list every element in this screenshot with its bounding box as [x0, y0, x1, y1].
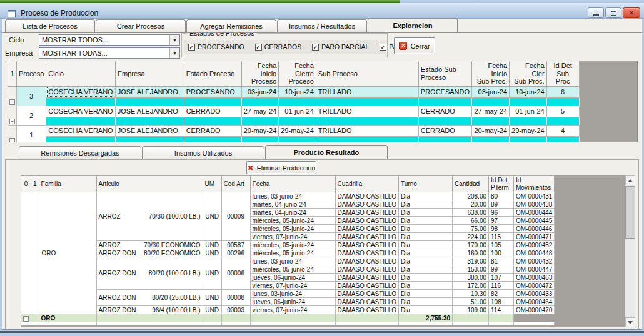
- cell-id-det-pterm[interactable]: 108: [489, 298, 514, 306]
- cell-um[interactable]: UND: [203, 306, 221, 314]
- cell-cantidad[interactable]: 224.00: [453, 233, 489, 241]
- collapse-toggle-icon[interactable]: −: [9, 119, 15, 124]
- scroll-down-button[interactable]: [625, 317, 635, 327]
- cell-cuadrilla[interactable]: DAMASO CASTILLO: [335, 274, 398, 282]
- cell-empresa[interactable]: JOSE ALEJANDRO: [115, 86, 184, 97]
- cell-articulo[interactable]: ARROZ DON96/4 (100.00 LB.): [96, 306, 203, 314]
- cell-cantidad[interactable]: 208.00: [453, 192, 489, 200]
- cell-cuadrilla[interactable]: DAMASO CASTILLO: [335, 192, 398, 200]
- cell-fecha[interactable]: martes, 04-junio-24: [250, 200, 335, 209]
- cell-fecha_cierre[interactable]: 10-jun-24: [279, 86, 316, 97]
- collapse-toggle-icon[interactable]: −: [9, 99, 15, 105]
- cell-cantidad[interactable]: 75.00: [453, 225, 489, 233]
- process-row[interactable]: −3COSECHA VERANOJOSE ALEJANDROPROCESANDO…: [8, 86, 580, 97]
- cell-id-det-pterm[interactable]: 114: [489, 306, 514, 314]
- cell-fecha_cierre[interactable]: 01-jun-24: [279, 106, 316, 117]
- cell-articulo[interactable]: ARROZ DON80/20 (100.00 LB.): [96, 257, 203, 290]
- cell-turno[interactable]: Dia: [399, 241, 453, 249]
- product-row[interactable]: ARROZ DON80/20 (25.00 LB.)UND00008lunes,…: [21, 290, 555, 298]
- cell-id-det-pterm[interactable]: 100: [489, 249, 514, 257]
- cell-articulo[interactable]: ARROZ DON80/20 (25.00 LB.): [96, 290, 203, 306]
- cell-cod-art[interactable]: 00003: [221, 306, 250, 314]
- cell-articulo[interactable]: ARROZ DON80/20 ECONOMICO: [96, 249, 203, 257]
- cell-cuadrilla[interactable]: DAMASO CASTILLO: [335, 209, 398, 217]
- cell-id-det-pterm[interactable]: 107: [489, 274, 514, 282]
- cell-proceso[interactable]: 1: [17, 125, 46, 142]
- cell-id-movimientos[interactable]: OM-0000464: [514, 298, 555, 306]
- detail-tab-producto-resultado[interactable]: Producto Resultado: [265, 145, 388, 159]
- process-band-row[interactable]: [8, 97, 580, 106]
- cell-fecha[interactable]: miércoles, 05-junio-24: [250, 241, 335, 249]
- cell-id-movimientos[interactable]: OM-0000444: [514, 209, 555, 217]
- tab-lista-de-procesos[interactable]: Lista de Procesos: [5, 19, 95, 32]
- cerrar-button[interactable]: ✕ Cerrar: [394, 37, 435, 54]
- cell-cantidad[interactable]: 109.00: [453, 306, 489, 314]
- cell-id_det_sub[interactable]: 4: [546, 125, 579, 136]
- cell-id-det-pterm[interactable]: 80: [489, 192, 514, 200]
- cell-fecha_inicio_sub[interactable]: 20-may-24: [472, 125, 510, 136]
- cell-cantidad[interactable]: 172.00: [453, 282, 489, 290]
- cell-sub_proceso[interactable]: TRILLADO: [316, 86, 418, 97]
- cell-id-movimientos[interactable]: OM-0000452: [514, 241, 555, 249]
- cell-articulo[interactable]: ARROZ70/30 (100.00 LB.): [96, 192, 203, 241]
- cell-estado[interactable]: PROCESANDO: [184, 86, 241, 97]
- close-button[interactable]: ✕: [623, 7, 640, 18]
- cell-turno[interactable]: Dia: [399, 282, 453, 290]
- tab-crear-procesos[interactable]: Crear Procesos: [96, 19, 186, 32]
- cell-fecha[interactable]: lunes, 03-junio-24: [250, 290, 335, 298]
- cell-cuadrilla[interactable]: DAMASO CASTILLO: [335, 257, 398, 265]
- cell-sub_proceso[interactable]: TRILLADO: [316, 125, 418, 136]
- product-grid-scrollbar[interactable]: [625, 175, 635, 327]
- cell-estado[interactable]: CERRADO: [184, 106, 241, 117]
- cell-cod-art[interactable]: 00587: [221, 241, 250, 249]
- cell-cantidad[interactable]: 160.00: [453, 249, 489, 257]
- cell-fecha[interactable]: jueves, 06-junio-24: [250, 298, 335, 306]
- cell-fecha[interactable]: miércoles, 05-junio-24: [250, 225, 335, 233]
- chevron-down-icon[interactable]: ▼: [169, 48, 179, 58]
- cell-turno[interactable]: Dia: [399, 209, 453, 217]
- cell-turno[interactable]: Dia: [399, 249, 453, 257]
- cell-cantidad[interactable]: 319.00: [453, 257, 489, 265]
- cell-um[interactable]: UND: [203, 192, 221, 241]
- process-row[interactable]: −1COSECHA VERANOJOSE ALEJANDROCERRADO20-…: [8, 125, 580, 136]
- cell-cuadrilla[interactable]: DAMASO CASTILLO: [335, 241, 398, 249]
- cell-fecha[interactable]: martes, 04-junio-24: [250, 209, 335, 217]
- cell-fecha_cierre[interactable]: 29-may-24: [279, 125, 316, 136]
- cell-cod-art[interactable]: 00008: [221, 290, 250, 306]
- minimize-button[interactable]: [588, 7, 604, 18]
- cell-cantidad[interactable]: 170.00: [453, 241, 489, 249]
- cell-turno[interactable]: Dia: [399, 290, 453, 298]
- cell-fecha[interactable]: viernes, 07-junio-24: [250, 306, 335, 314]
- product-row[interactable]: ARROZ DON80/20 ECONOMICOUND00296miércole…: [21, 249, 555, 257]
- tab-exploracion[interactable]: Exploracion: [368, 18, 458, 32]
- process-band-row[interactable]: [8, 136, 580, 142]
- cell-id-movimientos[interactable]: OM-0000447: [514, 265, 555, 274]
- cell-proceso[interactable]: 3: [17, 86, 46, 106]
- cell-cod-art[interactable]: 00006: [221, 257, 250, 290]
- cell-id-det-pterm[interactable]: 116: [489, 282, 514, 290]
- cell-articulo[interactable]: ARROZ70/30 ECONOMICO: [96, 241, 203, 249]
- cell-um[interactable]: UND: [203, 249, 221, 257]
- cell-cantidad[interactable]: 153.00: [453, 265, 489, 274]
- cell-fecha_inicio_sub[interactable]: 27-may-24: [472, 106, 510, 117]
- cell-turno[interactable]: Dia: [399, 233, 453, 241]
- window-titlebar[interactable]: Proceso de Produccion ✕: [0, 3, 644, 19]
- cell-cod-art[interactable]: 00009: [221, 192, 250, 241]
- cell-um[interactable]: UND: [203, 257, 221, 290]
- cell-id-det-pterm[interactable]: 97: [489, 217, 514, 225]
- cell-sub_proceso[interactable]: TRILLADO: [316, 106, 418, 117]
- cell-turno[interactable]: Dia: [399, 274, 453, 282]
- cell-turno[interactable]: Dia: [399, 298, 453, 306]
- eliminar-produccion-button[interactable]: ✖ Eliminar Produccion: [246, 161, 316, 174]
- cell-fecha_cier_sub[interactable]: 01-jun-24: [510, 106, 547, 117]
- cell-cuadrilla[interactable]: DAMASO CASTILLO: [335, 282, 398, 290]
- detail-tab-remisiones-descargadas[interactable]: Remisiones Descargadas: [19, 146, 141, 159]
- cell-cuadrilla[interactable]: DAMASO CASTILLO: [335, 200, 398, 209]
- cell-cuadrilla[interactable]: DAMASO CASTILLO: [335, 306, 398, 314]
- cell-fecha_inicio[interactable]: 20-may-24: [241, 125, 279, 136]
- cell-id-det-pterm[interactable]: 99: [489, 265, 514, 274]
- checkbox-cerrados[interactable]: ✓CERRADOS: [255, 43, 302, 51]
- cell-fecha_cier_sub[interactable]: 29-may-24: [510, 125, 547, 136]
- cell-fecha[interactable]: viernes, 07-junio-24: [250, 233, 335, 241]
- cell-fecha[interactable]: miércoles, 05-junio-24: [250, 249, 335, 257]
